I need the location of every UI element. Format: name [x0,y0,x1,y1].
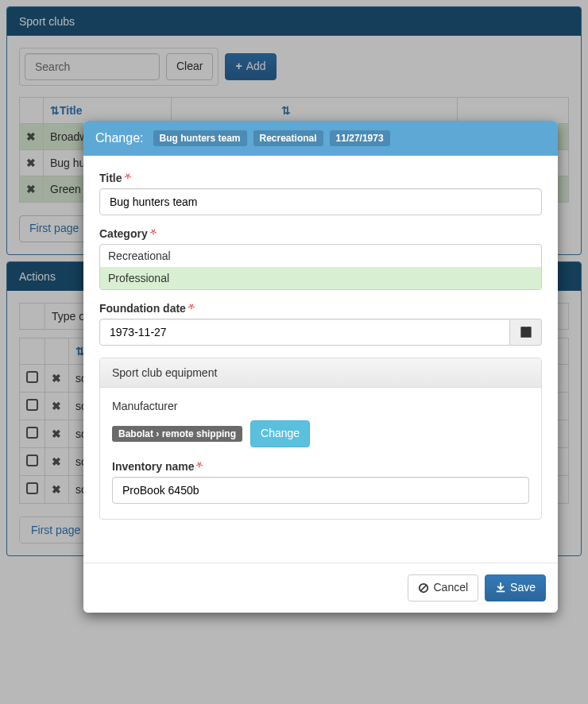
modal-body: Title Category Recreational Professional [83,156,558,563]
required-icon [188,303,197,314]
svg-rect-7 [497,590,505,592]
title-label: Title [99,172,542,184]
required-icon [124,172,133,184]
cancel-button[interactable]: Cancel [408,574,478,601]
modal-header: Change: Bug hunters team Recreational 11… [83,121,558,156]
manufacturer-label: Manufacturer [112,400,529,412]
download-icon [495,582,506,594]
badge-title: Bug hunters team [153,130,247,146]
badge-date: 11/27/1973 [330,130,390,146]
svg-rect-3 [523,334,524,335]
save-button[interactable]: Save [485,574,546,601]
svg-rect-2 [528,331,529,333]
manufacturer-badge: Babolat › remote shipping [112,426,242,442]
calendar-button[interactable] [510,319,542,346]
svg-rect-4 [525,334,527,335]
inventory-input[interactable] [112,477,529,504]
category-select[interactable]: Recreational Professional [99,244,542,290]
calendar-icon [520,326,532,338]
svg-line-6 [421,585,427,590]
category-option-recreational[interactable]: Recreational [100,245,541,267]
foundation-date-input[interactable] [99,319,510,346]
category-label: Category [99,227,542,240]
ban-icon [418,582,429,594]
inventory-label: Inventory name [112,460,529,473]
title-input[interactable] [99,188,542,215]
svg-rect-1 [525,331,527,333]
category-option-professional[interactable]: Professional [100,267,541,289]
required-icon [149,228,159,239]
foundation-date-label: Foundation date [99,302,542,315]
modal-title: Change: [95,131,144,145]
modal-footer: Cancel Save [83,563,558,613]
change-modal: Change: Bug hunters team Recreational 11… [83,121,558,613]
change-manufacturer-button[interactable]: Change [250,420,310,447]
equipment-heading: Sport club equipment [100,358,541,388]
required-icon [195,461,205,472]
badge-category: Recreational [253,130,323,146]
svg-rect-0 [523,331,524,333]
equipment-panel: Sport club equipment Manufacturer Babola… [99,358,542,520]
